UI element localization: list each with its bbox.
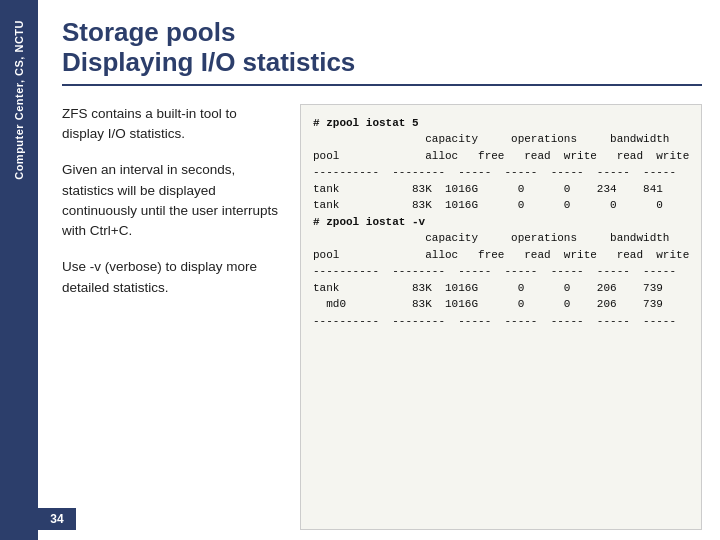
- para1: ZFS contains a built-in tool to display …: [62, 104, 282, 145]
- para2: Given an interval in seconds, statistics…: [62, 160, 282, 241]
- code-line: tank 83K 1016G 0 0 0 0: [313, 197, 689, 214]
- main-content: Storage pools Displaying I/O statistics …: [38, 0, 720, 540]
- code-line: pool alloc free read write read write: [313, 247, 689, 264]
- title-section: Storage pools Displaying I/O statistics: [62, 18, 702, 86]
- left-text-panel: ZFS contains a built-in tool to display …: [62, 104, 282, 530]
- sidebar-label: Computer Center, CS, NCTU: [12, 20, 26, 180]
- code-line: # zpool iostat -v: [313, 214, 689, 231]
- title-line2: Displaying I/O statistics: [62, 48, 702, 78]
- code-line: capacity operations bandwidth: [313, 230, 689, 247]
- code-line: capacity operations bandwidth: [313, 131, 689, 148]
- code-line: tank 83K 1016G 0 0 206 739: [313, 280, 689, 297]
- page-number: 34: [38, 508, 76, 530]
- content-area: ZFS contains a built-in tool to display …: [62, 104, 702, 530]
- code-line: ---------- -------- ----- ----- ----- --…: [313, 164, 689, 181]
- code-line: ---------- -------- ----- ----- ----- --…: [313, 263, 689, 280]
- code-box: # zpool iostat 5 capacity operations ban…: [300, 104, 702, 530]
- code-line: ---------- -------- ----- ----- ----- --…: [313, 313, 689, 330]
- code-line: tank 83K 1016G 0 0 234 841: [313, 181, 689, 198]
- para3: Use -v (verbose) to display more detaile…: [62, 257, 282, 298]
- sidebar: Computer Center, CS, NCTU: [0, 0, 38, 540]
- code-line: pool alloc free read write read write: [313, 148, 689, 165]
- title-line1: Storage pools: [62, 18, 702, 48]
- code-line: # zpool iostat 5: [313, 115, 689, 132]
- code-line: md0 83K 1016G 0 0 206 739: [313, 296, 689, 313]
